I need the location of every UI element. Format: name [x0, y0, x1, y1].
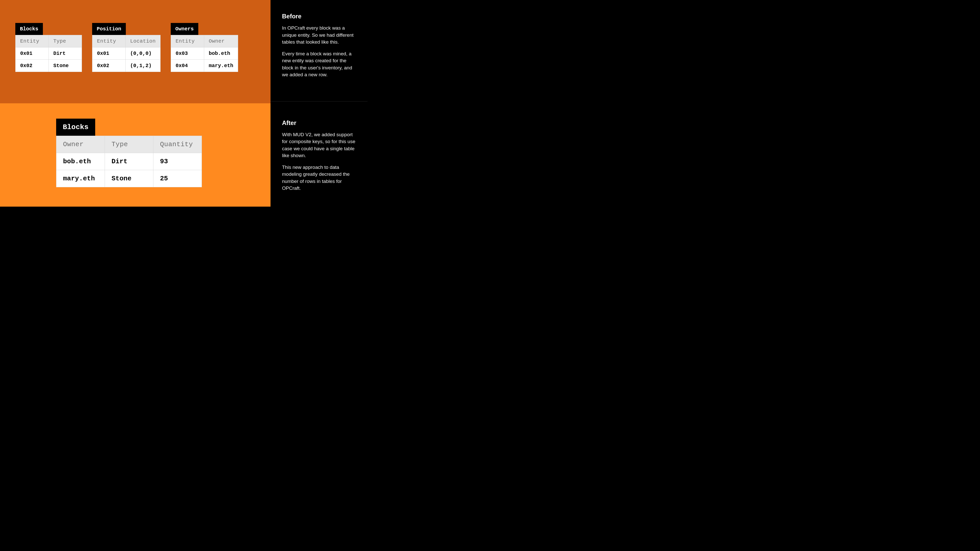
cell: mary.eth: [204, 60, 238, 72]
after-paragraph-1: With MUD V2, we added support for compos…: [282, 131, 357, 159]
cell: Stone: [49, 60, 82, 72]
before-explanation: Before In OPCraft every block was a uniq…: [270, 0, 368, 102]
cell: Dirt: [105, 153, 153, 170]
cell: (0,1,2): [126, 60, 161, 72]
cell: Stone: [105, 170, 153, 187]
cell: 25: [153, 170, 202, 187]
table-title: Blocks: [15, 23, 43, 35]
table-header-row: Entity Location: [92, 35, 161, 48]
before-paragraph-2: Every time a block was mined, a new enti…: [282, 50, 357, 78]
table-header-row: Entity Type: [16, 35, 82, 48]
table-header-row: Entity Owner: [171, 35, 238, 48]
explanation-sidebar: Before In OPCraft every block was a uniq…: [270, 0, 368, 206]
table-row: 0x01 (0,0,0): [92, 48, 161, 60]
cell: 0x01: [92, 48, 126, 60]
before-paragraph-1: In OPCraft every block was a unique enti…: [282, 24, 357, 46]
cell: bob.eth: [56, 153, 105, 170]
col-header: Type: [105, 136, 153, 153]
cell: 0x02: [16, 60, 49, 72]
cell: 0x02: [92, 60, 126, 72]
before-owners-table: Owners Entity Owner 0x03 bob.eth 0x04 ma…: [171, 23, 238, 72]
cell: 0x04: [171, 60, 204, 72]
after-heading: After: [282, 119, 357, 127]
table-title: Owners: [171, 23, 198, 35]
cell: mary.eth: [56, 170, 105, 187]
after-blocks-table: Blocks Owner Type Quantity bob.eth Dirt …: [56, 119, 202, 187]
col-header: Location: [126, 35, 161, 48]
before-position-table: Position Entity Location 0x01 (0,0,0) 0x…: [92, 23, 161, 72]
cell: Dirt: [49, 48, 82, 60]
table-row: 0x02 Stone: [16, 60, 82, 72]
table-row: 0x04 mary.eth: [171, 60, 238, 72]
table-row: bob.eth Dirt 93: [56, 153, 202, 170]
table-row: mary.eth Stone 25: [56, 170, 202, 187]
table-row: 0x01 Dirt: [16, 48, 82, 60]
col-header: Owner: [204, 35, 238, 48]
cell: (0,0,0): [126, 48, 161, 60]
col-header: Entity: [16, 35, 49, 48]
col-header: Entity: [171, 35, 204, 48]
after-paragraph-2: This new approach to data modeling great…: [282, 164, 357, 192]
col-header: Type: [49, 35, 82, 48]
after-panel: Blocks Owner Type Quantity bob.eth Dirt …: [0, 103, 270, 206]
table-row: 0x03 bob.eth: [171, 48, 238, 60]
before-heading: Before: [282, 13, 357, 20]
diagram-left-column: Blocks Entity Type 0x01 Dirt 0x02 Stone …: [0, 0, 270, 206]
cell: bob.eth: [204, 48, 238, 60]
table-header-row: Owner Type Quantity: [56, 136, 202, 153]
cell: 0x01: [16, 48, 49, 60]
col-header: Quantity: [153, 136, 202, 153]
table-title: Position: [92, 23, 126, 35]
col-header: Owner: [56, 136, 105, 153]
cell: 0x03: [171, 48, 204, 60]
before-panel: Blocks Entity Type 0x01 Dirt 0x02 Stone …: [0, 0, 270, 103]
after-explanation: After With MUD V2, we added support for …: [270, 102, 368, 206]
table-row: 0x02 (0,1,2): [92, 60, 161, 72]
cell: 93: [153, 153, 202, 170]
before-blocks-table: Blocks Entity Type 0x01 Dirt 0x02 Stone: [15, 23, 82, 72]
col-header: Entity: [92, 35, 126, 48]
table-title: Blocks: [56, 119, 95, 136]
